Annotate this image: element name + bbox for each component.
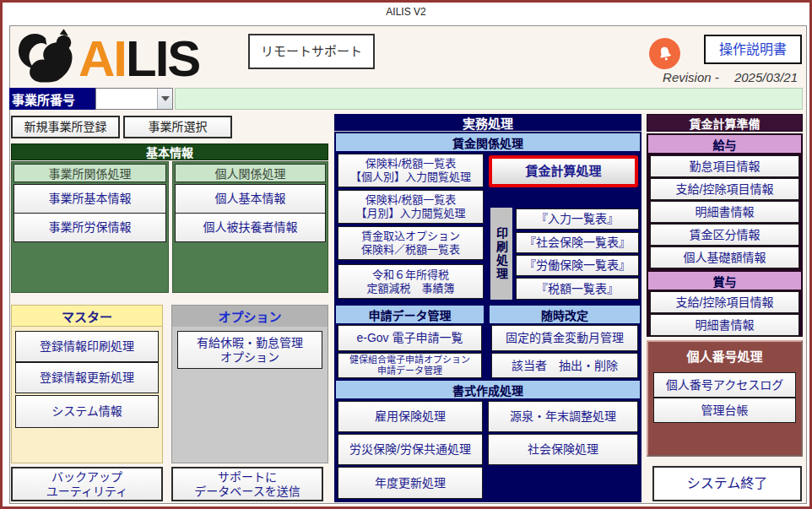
- squirrel-logo-icon: [16, 29, 78, 89]
- form-creation-header: 書式作成処理: [336, 381, 640, 398]
- master-header: マスター: [12, 306, 162, 327]
- personal-basic-info-button[interactable]: 個人基本情報: [175, 184, 326, 214]
- office-labor-info-button[interactable]: 事業所労保情報: [14, 213, 166, 242]
- office-name-display-band: [175, 88, 803, 110]
- wage-related-header: 賃金関係処理: [336, 133, 640, 151]
- withholding-yearend-adjustment-button[interactable]: 源泉・年末調整処理: [488, 401, 638, 432]
- new-office-button[interactable]: 新規事業所登録: [11, 116, 120, 138]
- personal-group-panel: 個人関係処理 個人基本情報 個人被扶養者情報: [172, 161, 328, 293]
- practical-processing-header: 実務処理: [334, 114, 641, 132]
- workers-comp-labor-common-button[interactable]: 労災保険/労保共通処理: [338, 434, 483, 465]
- personal-dependent-info-button[interactable]: 個人被扶養者情報: [175, 213, 326, 242]
- salary-payment-deduction-item-button[interactable]: 支給/控除項目情報: [650, 178, 799, 200]
- paid-leave-attendance-option-button[interactable]: 有給休暇・勤怠管理 オプション: [177, 331, 322, 369]
- management-ledger-button[interactable]: 管理台帳: [653, 398, 796, 423]
- print-tax-list-button[interactable]: 『税額一覧表』: [516, 278, 639, 300]
- system-info-button[interactable]: システム情報: [15, 395, 159, 428]
- bonus-header: 賞与: [648, 272, 801, 290]
- print-social-insurance-list-button[interactable]: 『社会保険一覧表』: [516, 232, 639, 253]
- print-input-list-button[interactable]: 『入力一覧表』: [516, 208, 639, 230]
- office-basic-info-button[interactable]: 事業所基本情報: [14, 184, 166, 214]
- update-registered-info-button[interactable]: 登録情報更新処理: [15, 362, 159, 393]
- print-processing-tab: 印刷処理: [490, 208, 512, 300]
- reiwa6-tax-reduction-ledger-button[interactable]: 令和６年所得税 定額減税 事績簿: [338, 264, 484, 299]
- personal-group-header: 個人関係処理: [175, 164, 326, 182]
- employment-insurance-button[interactable]: 雇用保険処理: [338, 401, 483, 432]
- kenpo-union-eapp-option-button[interactable]: 健保組合電子申請オプション 申請データ管理: [338, 353, 482, 378]
- bonus-statement-info-button[interactable]: 明細書情報: [650, 314, 799, 336]
- app-window: AILIS V2 AILIS リモートサポート 操作説明書 Revision -…: [0, 0, 812, 509]
- logo-text-lis: LIS: [126, 30, 199, 87]
- jiji-kaitei-header: 随時改定: [490, 306, 640, 323]
- app-logo: AILIS: [16, 30, 244, 89]
- backup-utility-button[interactable]: バックアップ ユーティリティ: [11, 467, 163, 501]
- revision-date: 2025/03/21: [734, 70, 798, 84]
- wage-prep-panel: 給与 勤怠項目情報 支給/控除項目情報 明細書情報 賃金区分情報 個人基礎額情報…: [647, 133, 803, 337]
- wage-import-option-button[interactable]: 賃金取込オプション 保険料／税額一覧表: [338, 226, 484, 260]
- application-data-header: 申請データ管理: [336, 306, 484, 323]
- salary-header: 給与: [648, 135, 801, 153]
- send-database-to-support-button[interactable]: サポートに データベースを送信: [171, 467, 323, 501]
- office-number-label: 事業所番号: [9, 88, 95, 110]
- egov-application-list-button[interactable]: e-Gov 電子申請一覧: [338, 325, 482, 351]
- option-header: オプション: [172, 306, 328, 327]
- print-labor-insurance-list-button[interactable]: 『労働保険一覧表』: [516, 255, 639, 276]
- option-panel: オプション 有給休暇・勤怠管理 オプション: [171, 305, 328, 463]
- mynumber-access-log-button[interactable]: 個人番号アクセスログ: [653, 372, 796, 398]
- fixed-wage-change-month-button[interactable]: 固定的賃金変動月管理: [491, 325, 638, 351]
- practical-processing-panel: 実務処理 賃金関係処理 保険料/税額一覧表 【個人別】入力閲覧処理 保険料/税額…: [334, 114, 641, 502]
- premium-tax-list-monthly-button[interactable]: 保険料/税額一覧表 【月別】入力閲覧処理: [338, 190, 484, 224]
- logo-text-ai: AI: [78, 30, 126, 87]
- print-registered-info-button[interactable]: 登録情報印刷処理: [15, 331, 159, 362]
- combobox-dropdown-button[interactable]: [157, 89, 172, 109]
- manual-button[interactable]: 操作説明書: [704, 35, 802, 64]
- wage-calculation-button[interactable]: 賃金計算処理: [489, 155, 638, 187]
- office-number-combobox[interactable]: [95, 88, 173, 110]
- salary-statement-info-button[interactable]: 明細書情報: [650, 201, 799, 223]
- office-group-panel: 事業所関係処理 事業所基本情報 事業所労保情報: [11, 161, 169, 293]
- basic-info-header: 基本情報: [11, 143, 328, 160]
- bonus-payment-deduction-item-button[interactable]: 支給/控除項目情報: [650, 291, 799, 313]
- office-group-header: 事業所関係処理: [14, 164, 166, 182]
- mynumber-panel: 個人番号処理 個人番号アクセスログ 管理台帳: [647, 340, 803, 457]
- wage-category-info-button[interactable]: 賃金区分情報: [650, 224, 799, 246]
- annual-update-button[interactable]: 年度更新処理: [338, 467, 483, 499]
- mynumber-header: 個人番号処理: [648, 346, 801, 365]
- applicable-extract-delete-button[interactable]: 該当者 抽出・削除: [491, 353, 638, 378]
- system-exit-button[interactable]: システム終了: [652, 466, 802, 501]
- premium-tax-list-personal-button[interactable]: 保険料/税額一覧表 【個人別】入力閲覧処理: [338, 154, 484, 187]
- wage-prep-header: 賃金計算準備: [647, 114, 803, 132]
- select-office-button[interactable]: 事業所選択: [123, 116, 232, 138]
- personal-base-amount-info-button[interactable]: 個人基礎額情報: [650, 246, 799, 268]
- remote-support-button[interactable]: リモートサポート: [248, 34, 375, 69]
- master-panel: マスター 登録情報印刷処理 登録情報更新処理 システム情報: [11, 305, 163, 463]
- chevron-down-icon: [161, 96, 170, 101]
- social-insurance-processing-button[interactable]: 社会保険処理: [488, 434, 638, 465]
- office-number-value: [96, 89, 157, 109]
- attendance-item-info-button[interactable]: 勤怠項目情報: [650, 155, 799, 177]
- window-title: AILIS V2: [3, 6, 809, 18]
- revision-info: Revision - 2025/03/21: [663, 70, 798, 84]
